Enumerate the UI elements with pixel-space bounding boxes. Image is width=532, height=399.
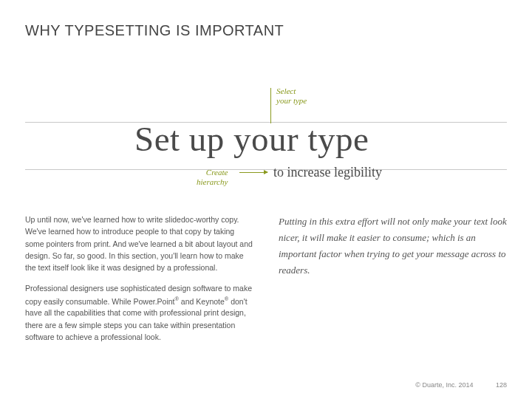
body-left: Up until now, we've learned how to write… [25, 214, 253, 352]
annotation-select: Selectyour type [276, 86, 307, 105]
body-right: Putting in this extra effort will not on… [279, 214, 507, 352]
headline: Set up your type [134, 122, 369, 157]
annotation-hierarchy-arrow [239, 172, 267, 173]
subheadline: to increase legibility [273, 165, 382, 180]
annotation-select-line [270, 88, 271, 123]
hero-diagram: Selectyour type Set up your type to incr… [25, 61, 507, 209]
page-title: WHY TYPESETTING IS IMPORTANT [25, 22, 507, 39]
body-left-p2b: and Keynote [179, 296, 225, 305]
body-left-p1: Up until now, we've learned how to write… [25, 214, 253, 273]
copyright: © Duarte, Inc. 2014 [415, 381, 473, 389]
body-left-p2: Professional designers use sophisticated… [25, 282, 253, 343]
body-columns: Up until now, we've learned how to write… [25, 214, 507, 352]
body-right-p: Putting in this extra effort will not on… [279, 214, 507, 279]
footer: © Duarte, Inc. 2014 128 [415, 381, 507, 389]
page-number: 128 [496, 381, 507, 389]
annotation-hierarchy: Createhierarchy [197, 168, 228, 186]
